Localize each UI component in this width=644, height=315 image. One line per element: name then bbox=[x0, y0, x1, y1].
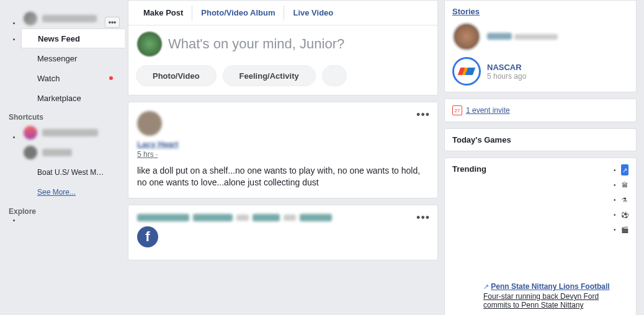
shortcut-boat[interactable]: Boat U.S/ West M… bbox=[21, 162, 124, 182]
trending-card: Trending •↗ •🏛 •⚗ •⚽ •🎬 ↗ Penn State Nit… bbox=[444, 158, 637, 315]
tab-make-post[interactable]: Make Post bbox=[135, 6, 192, 20]
see-more-link[interactable]: See More... bbox=[21, 182, 124, 202]
trending-story[interactable]: ↗ Penn State Nittany Lions Football Four… bbox=[452, 282, 628, 309]
feeling-activity-button[interactable]: Feeling/Activity bbox=[223, 65, 316, 86]
story-name: NASCAR bbox=[487, 63, 526, 72]
story-time: 5 hours ago bbox=[487, 72, 526, 81]
nav-watch[interactable]: Watch bbox=[21, 68, 124, 88]
trending-politics-icon[interactable]: 🏛 bbox=[621, 179, 628, 190]
nav-label: Marketplace bbox=[37, 94, 81, 103]
tab-photo-video-album[interactable]: Photo/Video Album bbox=[192, 6, 284, 20]
post-author-name[interactable] bbox=[137, 214, 189, 221]
games-title: Today's Games bbox=[452, 135, 628, 144]
shortcut-icon bbox=[24, 146, 37, 159]
story-time bbox=[514, 34, 558, 40]
post-meta bbox=[193, 214, 233, 221]
post-menu-button[interactable]: ••• bbox=[416, 211, 430, 224]
more-composer-button[interactable] bbox=[322, 65, 347, 86]
explore-header: Explore bbox=[9, 207, 124, 216]
post-author-name[interactable]: Lacy Heart bbox=[137, 140, 178, 149]
profile-name bbox=[42, 15, 97, 22]
profile-avatar bbox=[24, 12, 37, 25]
story-item-nascar[interactable]: NASCAR 5 hours ago bbox=[452, 57, 628, 86]
see-more-label: See More... bbox=[37, 188, 76, 197]
composer-tabs: Make Post Photo/Video Album Live Video bbox=[128, 1, 437, 25]
story-item[interactable] bbox=[452, 22, 628, 51]
story-avatar bbox=[452, 22, 481, 51]
trending-arrow-icon: ↗ bbox=[483, 283, 489, 290]
nav-label: Watch bbox=[37, 74, 60, 83]
trending-title: Trending bbox=[452, 164, 486, 174]
composer-input[interactable]: What's on your mind, Junior? bbox=[168, 36, 344, 52]
feed-options-button[interactable]: ••• bbox=[105, 17, 120, 28]
story-avatar-ring bbox=[452, 57, 481, 86]
facebook-logo-icon: f bbox=[137, 226, 158, 247]
shortcuts-header: Shortcuts bbox=[9, 113, 124, 122]
todays-games-card[interactable]: Today's Games bbox=[444, 128, 637, 151]
nav-news-feed[interactable]: ••• News Feed bbox=[21, 29, 125, 48]
event-invite-link[interactable]: 1 event invite bbox=[466, 106, 510, 115]
nav-label: News Feed bbox=[38, 34, 80, 43]
left-sidebar: ••• News Feed Messenger Watch Marketplac… bbox=[0, 0, 124, 224]
trending-sports-icon[interactable]: ⚽ bbox=[621, 209, 628, 220]
nascar-logo-icon bbox=[455, 60, 478, 83]
right-sidebar: Stories NASCAR 5 hours ago 27 1 event in… bbox=[444, 0, 637, 315]
nav-label: Messenger bbox=[37, 54, 77, 63]
nav-messenger[interactable]: Messenger bbox=[21, 48, 124, 68]
notification-dot-icon bbox=[109, 76, 113, 80]
shortcut-icon bbox=[24, 126, 37, 140]
event-invite-card[interactable]: 27 1 event invite bbox=[444, 99, 637, 122]
shortcut-item[interactable] bbox=[21, 143, 124, 162]
trending-subtext[interactable]: Four-star running back Devyn Ford commit… bbox=[483, 292, 628, 309]
stories-card: Stories NASCAR 5 hours ago bbox=[444, 0, 637, 92]
post-content: like a doll put on a shelf...no one want… bbox=[137, 165, 429, 189]
trending-science-icon[interactable]: ⚗ bbox=[621, 194, 628, 205]
shortcut-label bbox=[42, 129, 98, 136]
photo-video-button[interactable]: Photo/Video bbox=[136, 65, 217, 86]
story-name bbox=[487, 33, 512, 40]
shortcut-label bbox=[42, 149, 72, 156]
shortcut-item[interactable] bbox=[21, 123, 124, 143]
feed-post: ••• f bbox=[128, 205, 438, 260]
trending-entertainment-icon[interactable]: 🎬 bbox=[621, 224, 628, 235]
main-feed-column: Make Post Photo/Video Album Live Video W… bbox=[128, 0, 438, 267]
calendar-icon: 27 bbox=[452, 105, 462, 115]
trending-category-icons: •↗ •🏛 •⚗ •⚽ •🎬 bbox=[614, 164, 628, 239]
composer-avatar bbox=[137, 32, 162, 56]
post-meta bbox=[236, 215, 249, 221]
post-meta bbox=[300, 214, 332, 221]
composer-card: Make Post Photo/Video Album Live Video W… bbox=[128, 0, 438, 95]
shortcut-label: Boat U.S/ West M… bbox=[37, 168, 104, 177]
nav-marketplace[interactable]: Marketplace bbox=[21, 88, 124, 108]
trending-top-icon[interactable]: ↗ bbox=[621, 164, 628, 175]
post-author-avatar[interactable] bbox=[137, 111, 162, 136]
post-timestamp[interactable]: 5 hrs · bbox=[137, 150, 429, 159]
explore-item[interactable] bbox=[21, 217, 124, 223]
post-meta bbox=[253, 214, 280, 221]
feed-post: ••• Lacy Heart 5 hrs · like a doll put o… bbox=[128, 102, 438, 198]
tab-live-video[interactable]: Live Video bbox=[284, 6, 342, 20]
post-menu-button[interactable]: ••• bbox=[416, 109, 430, 122]
trending-headline[interactable]: Penn State Nittany Lions Football bbox=[491, 282, 609, 291]
stories-title[interactable]: Stories bbox=[452, 7, 628, 16]
post-meta bbox=[284, 215, 296, 221]
